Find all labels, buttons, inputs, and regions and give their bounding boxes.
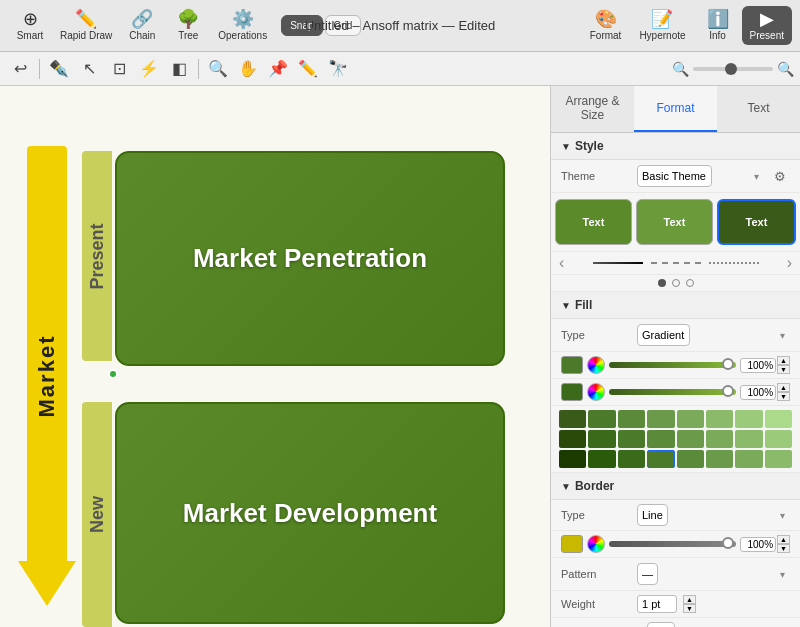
pattern-select[interactable]: — xyxy=(637,563,658,585)
corner-select-wrapper: 0 in xyxy=(647,622,791,627)
color-wheel-1[interactable] xyxy=(587,356,605,374)
swatch-11[interactable] xyxy=(647,430,674,448)
style-button[interactable]: ◧ xyxy=(165,56,193,82)
tab-arrange[interactable]: Arrange & Size xyxy=(551,86,634,132)
swatch-18[interactable] xyxy=(618,450,645,468)
swatch-19[interactable] xyxy=(647,450,674,468)
handle-left-mid[interactable] xyxy=(108,369,118,379)
border-type-select[interactable]: Line xyxy=(637,504,668,526)
fill-color-swatch-2[interactable] xyxy=(561,383,583,401)
border-pct-up[interactable]: ▲ xyxy=(777,535,790,544)
line-style-2[interactable] xyxy=(651,262,701,264)
tree-button[interactable]: 🌳 Tree xyxy=(166,6,210,45)
border-pct-down[interactable]: ▼ xyxy=(777,544,790,553)
operations-button[interactable]: ⚙️ Operations xyxy=(212,6,273,45)
swatch-8[interactable] xyxy=(559,430,586,448)
format2-button[interactable]: ⚡ xyxy=(135,56,163,82)
swatch-0[interactable] xyxy=(559,410,586,428)
swatch-5[interactable] xyxy=(706,410,733,428)
fill-pct-input-1[interactable] xyxy=(740,358,776,373)
theme-select[interactable]: Basic Theme xyxy=(637,165,712,187)
select-button[interactable]: ↖ xyxy=(75,56,103,82)
weight-down[interactable]: ▼ xyxy=(683,604,696,613)
hypernote-button[interactable]: 📝 Hypernote xyxy=(631,6,693,45)
fill-pct-down-1[interactable]: ▼ xyxy=(777,365,790,374)
swatch-21[interactable] xyxy=(706,450,733,468)
fill-color-swatch-1[interactable] xyxy=(561,356,583,374)
style-thumb-1[interactable]: Text xyxy=(555,199,632,245)
swatch-15[interactable] xyxy=(765,430,792,448)
zoom-in-button[interactable]: 🔍 xyxy=(204,56,232,82)
dropper-button[interactable]: 🔭 xyxy=(324,56,352,82)
swatch-4[interactable] xyxy=(677,410,704,428)
swatch-20[interactable] xyxy=(677,450,704,468)
undo-button[interactable]: ↩ xyxy=(6,56,34,82)
swatch-16[interactable] xyxy=(559,450,586,468)
market-development-box[interactable]: Market Development xyxy=(115,402,505,624)
swatch-13[interactable] xyxy=(706,430,733,448)
border-color-row: ▲ ▼ xyxy=(551,531,800,558)
corner-select[interactable]: 0 in xyxy=(647,622,675,627)
style-thumb-2[interactable]: Text xyxy=(636,199,713,245)
swatch-12[interactable] xyxy=(677,430,704,448)
tab-text[interactable]: Text xyxy=(717,86,800,132)
border-label: Border xyxy=(575,479,614,493)
next-style-button[interactable]: › xyxy=(787,254,792,272)
swatch-7[interactable] xyxy=(765,410,792,428)
swatch-22[interactable] xyxy=(735,450,762,468)
corner-row: Corner rounding 0 in xyxy=(551,618,800,627)
swatch-23[interactable] xyxy=(765,450,792,468)
fill-slider-1[interactable] xyxy=(609,362,736,368)
style-thumb-3[interactable]: Text xyxy=(717,199,796,245)
border-color-wheel[interactable] xyxy=(587,535,605,553)
chain-button[interactable]: 🔗 Chain xyxy=(120,6,164,45)
rapid-draw-icon: ✏️ xyxy=(75,10,97,28)
tab-format[interactable]: Format xyxy=(634,86,717,132)
fill-pct-up-1[interactable]: ▲ xyxy=(777,356,790,365)
swatch-2[interactable] xyxy=(618,410,645,428)
format-button[interactable]: 🎨 Format xyxy=(582,6,630,45)
info-button[interactable]: ℹ️ Info xyxy=(696,6,740,45)
weight-up[interactable]: ▲ xyxy=(683,595,696,604)
border-pct-input[interactable] xyxy=(740,537,776,552)
fill-pct-input-2[interactable] xyxy=(740,385,776,400)
fill-type-select[interactable]: Gradient xyxy=(637,324,690,346)
smart-button[interactable]: ⊕ Smart xyxy=(8,6,52,45)
pin-button[interactable]: 📌 xyxy=(264,56,292,82)
swatch-1[interactable] xyxy=(588,410,615,428)
border-slider[interactable] xyxy=(609,541,736,547)
swatch-9[interactable] xyxy=(588,430,615,448)
fill-slider-2[interactable] xyxy=(609,389,736,395)
market-penetration-box[interactable]: Market Penetration xyxy=(115,151,505,366)
present-button[interactable]: ▶ Present xyxy=(742,6,792,45)
fill-section-header[interactable]: ▼ Fill xyxy=(551,292,800,319)
pen-button[interactable]: ✒️ xyxy=(45,56,73,82)
line-style-1[interactable] xyxy=(593,262,643,264)
swatch-3[interactable] xyxy=(647,410,674,428)
rapid-draw-button[interactable]: ✏️ Rapid Draw xyxy=(54,6,118,45)
theme-gear-button[interactable]: ⚙ xyxy=(770,166,790,186)
style-arrow-icon: ▼ xyxy=(561,141,571,152)
pencil-button[interactable]: ✏️ xyxy=(294,56,322,82)
line-style-3[interactable] xyxy=(709,262,759,264)
swatch-6[interactable] xyxy=(735,410,762,428)
border-section-header[interactable]: ▼ Border xyxy=(551,473,800,500)
swatch-17[interactable] xyxy=(588,450,615,468)
border-color-swatch[interactable] xyxy=(561,535,583,553)
fill-pct-up-2[interactable]: ▲ xyxy=(777,383,790,392)
canvas[interactable]: Market Present New Market Penetration Ma… xyxy=(0,86,550,627)
color-wheel-2[interactable] xyxy=(587,383,605,401)
lasso-button[interactable]: ⊡ xyxy=(105,56,133,82)
border-stepper: ▲ ▼ xyxy=(777,535,790,553)
fill-type-row: Type Gradient xyxy=(551,319,800,352)
swatch-10[interactable] xyxy=(618,430,645,448)
fill-pct-down-2[interactable]: ▼ xyxy=(777,392,790,401)
fill-color-row-2: ▲ ▼ xyxy=(551,379,800,406)
weight-input[interactable] xyxy=(637,595,677,613)
style-section-header[interactable]: ▼ Style xyxy=(551,133,800,160)
pan-button[interactable]: ✋ xyxy=(234,56,262,82)
zoom-slider[interactable] xyxy=(693,67,773,71)
fill-arrow-icon: ▼ xyxy=(561,300,571,311)
weight-stepper: ▲ ▼ xyxy=(683,595,696,613)
swatch-14[interactable] xyxy=(735,430,762,448)
